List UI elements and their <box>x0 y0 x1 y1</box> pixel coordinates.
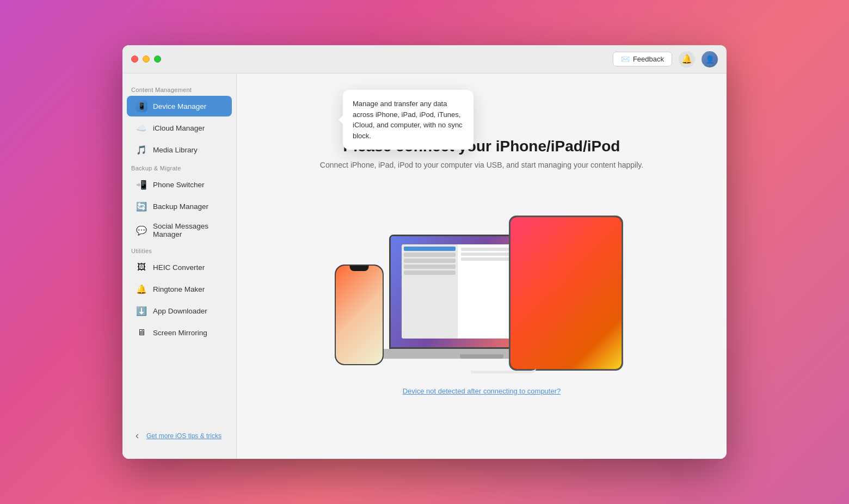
icloud-icon: ☁️ <box>136 122 147 134</box>
sidebar-item-app-downloader[interactable]: ⬇️ App Downloader <box>127 300 232 321</box>
screen-sidebar-item <box>404 247 456 251</box>
sidebar-item-backup-manager[interactable]: 🔄 Backup Manager <box>127 196 232 217</box>
app-window: ✉️ Feedback 🔔 👤 Content Management 📱 Dev… <box>122 45 727 459</box>
sidebar-item-phone-switcher[interactable]: 📲 Phone Switcher <box>127 174 232 195</box>
feedback-label: Feedback <box>633 55 664 63</box>
heic-converter-icon: 🖼 <box>136 261 147 273</box>
ipad-body <box>509 216 623 371</box>
notification-button[interactable]: 🔔 <box>679 51 695 67</box>
close-button[interactable] <box>131 56 138 63</box>
ipad-illustration <box>509 216 623 371</box>
back-button[interactable]: ‹ <box>131 428 143 444</box>
section-label-backup: Backup & Migrate <box>122 161 236 174</box>
screen-sidebar-item <box>404 259 456 263</box>
maximize-button[interactable] <box>154 56 161 63</box>
iphone-body <box>335 265 384 365</box>
screen-sidebar-item <box>404 271 456 275</box>
device-manager-icon: 📱 <box>136 100 147 112</box>
content-area: Manage and transfer any data across iPho… <box>237 73 727 459</box>
titlebar: ✉️ Feedback 🔔 👤 <box>122 45 727 73</box>
sidebar-item-device-manager[interactable]: 📱 Device Manager <box>127 96 232 116</box>
titlebar-actions: ✉️ Feedback 🔔 👤 <box>613 51 718 67</box>
usb-cable <box>471 362 536 373</box>
main-layout: Content Management 📱 Device Manager ☁️ i… <box>122 73 727 459</box>
notification-icon: 🔔 <box>681 54 692 64</box>
screen-sidebar-item <box>404 265 456 269</box>
feedback-icon: ✉️ <box>621 55 630 63</box>
sidebar-item-ringtone-maker[interactable]: 🔔 Ringtone Maker <box>127 279 232 299</box>
sidebar-item-social-messages[interactable]: 💬 Social Messages Manager <box>127 218 232 243</box>
sidebar-item-icloud-manager[interactable]: ☁️ iCloud Manager <box>127 118 232 138</box>
tooltip-text: Manage and transfer any data across iPho… <box>353 100 463 140</box>
screen-sidebar-item <box>404 253 456 257</box>
user-avatar[interactable]: 👤 <box>702 51 718 67</box>
media-library-icon: 🎵 <box>136 144 147 156</box>
sidebar-item-label: Backup Manager <box>153 202 208 211</box>
sidebar-item-media-library[interactable]: 🎵 Media Library <box>127 139 232 160</box>
feedback-button[interactable]: ✉️ Feedback <box>613 52 672 66</box>
tooltip: Manage and transfer any data across iPho… <box>343 90 473 150</box>
sidebar-item-label: HEIC Converter <box>153 263 205 272</box>
ipad-screen <box>510 217 622 369</box>
iphone-illustration <box>335 265 384 365</box>
section-label-utilities: Utilities <box>122 243 236 256</box>
sidebar-footer: ‹ Get more iOS tips & tricks <box>122 421 236 450</box>
iphone-notch <box>350 266 369 271</box>
ringtone-maker-icon: 🔔 <box>136 283 147 295</box>
screen-mirroring-icon: 🖥 <box>136 327 147 339</box>
device-illustration <box>329 186 634 371</box>
sidebar-item-heic-converter[interactable]: 🖼 HEIC Converter <box>127 257 232 278</box>
sidebar-item-label: Social Messages Manager <box>153 222 223 238</box>
section-label-content: Content Management <box>122 82 236 95</box>
user-icon: 👤 <box>705 55 715 64</box>
sidebar-item-label: Device Manager <box>153 102 206 110</box>
not-detected-link[interactable]: Device not detected after connecting to … <box>403 387 561 395</box>
iphone-screen <box>336 266 383 364</box>
social-messages-icon: 💬 <box>136 224 147 236</box>
phone-switcher-icon: 📲 <box>136 179 147 190</box>
minimize-button[interactable] <box>143 56 150 63</box>
sidebar-item-label: Phone Switcher <box>153 181 205 189</box>
app-downloader-icon: ⬇️ <box>136 305 147 317</box>
sidebar: Content Management 📱 Device Manager ☁️ i… <box>122 73 237 459</box>
backup-manager-icon: 🔄 <box>136 200 147 212</box>
sidebar-item-label: App Downloader <box>153 307 207 315</box>
sidebar-item-label: iCloud Manager <box>153 124 205 132</box>
traffic-lights <box>131 56 161 63</box>
screen-sidebar <box>402 244 458 339</box>
tips-link[interactable]: Get more iOS tips & tricks <box>146 432 222 440</box>
sidebar-item-label: Ringtone Maker <box>153 285 205 293</box>
sidebar-item-label: Media Library <box>153 146 198 154</box>
page-subtitle: Connect iPhone, iPad, iPod to your compu… <box>320 161 643 169</box>
sidebar-item-screen-mirroring[interactable]: 🖥 Screen Mirroring <box>127 322 232 343</box>
sidebar-item-label: Screen Mirroring <box>153 329 207 337</box>
